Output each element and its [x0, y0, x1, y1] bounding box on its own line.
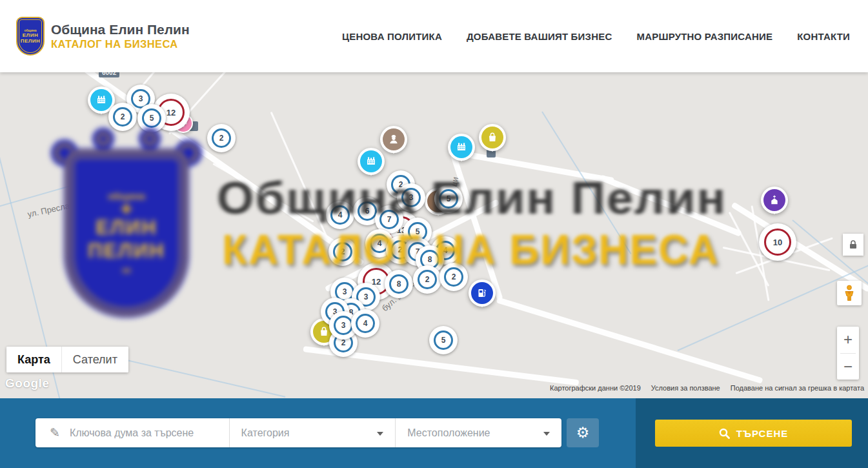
cluster-count: 3	[334, 316, 353, 335]
category-select-value: Категория	[241, 427, 290, 439]
worker-icon	[383, 128, 405, 150]
fuel-icon	[471, 282, 493, 304]
nav-contacts[interactable]: КОНТАКТИ	[797, 31, 850, 42]
keyword-section: ✎	[35, 418, 229, 447]
cluster-count: 10	[764, 229, 791, 256]
cluster-count: 5	[434, 331, 453, 350]
search-input-group: ✎ Категория Местоположение	[35, 418, 561, 447]
cluster-marker[interactable]: 8	[385, 270, 413, 298]
chevron-down-icon	[377, 432, 383, 436]
zoom-in-button[interactable]: +	[837, 327, 859, 353]
emblem-line2: ПЕЛИН	[21, 38, 41, 44]
attribution-report-error-link[interactable]: Подаване на сигнал за грешка в картата	[731, 384, 864, 392]
header: община ЕЛИН ПЕЛИН Община Елин Пелин КАТА…	[0, 0, 868, 72]
pin-marker-bag[interactable]	[479, 124, 506, 151]
search-icon	[719, 428, 730, 439]
location-select-value: Местоположение	[407, 427, 490, 439]
nav-add-business[interactable]: ДОБАВЕТЕ ВАШИЯТ БИЗНЕС	[467, 31, 612, 42]
category-select[interactable]: Категория	[229, 418, 396, 447]
cluster-marker[interactable]: 5	[429, 326, 458, 354]
bag-icon	[481, 127, 503, 148]
map-attribution: Картографски данни ©2019 Условия за полз…	[550, 384, 864, 392]
church-icon	[763, 189, 785, 211]
map-canvas[interactable]: 6002ул. Преславбул. „Новоселци 123252235…	[0, 72, 868, 398]
pin-marker-church[interactable]	[761, 187, 788, 214]
search-button-label: ТЪРСЕНЕ	[736, 428, 789, 439]
watermark-subtitle: КАТАЛОГ НА БИЗНЕСА	[222, 226, 720, 274]
cluster-marker[interactable]: 2	[207, 124, 236, 152]
location-select[interactable]: Местоположение	[395, 418, 561, 447]
factory-icon	[90, 89, 112, 111]
watermark-title: Община Елин Пелин	[217, 172, 727, 224]
site-title: Община Елин Пелин	[51, 22, 190, 37]
pin-marker-factory[interactable]	[358, 148, 385, 175]
cluster-count: 4	[356, 314, 375, 333]
watermark-emblem-top: община	[108, 190, 145, 201]
pin-marker-factory[interactable]	[448, 134, 475, 161]
attribution-terms-link[interactable]: Условия за ползване	[651, 384, 720, 392]
search-bar: ✎ Категория Местоположение ⚙ ТЪРСЕНЕ	[0, 398, 868, 468]
watermark-emblem-flourish: ✚	[121, 203, 132, 216]
brand-text: Община Елин Пелин КАТАЛОГ НА БИЗНЕСА	[51, 22, 190, 50]
gear-icon: ⚙	[576, 425, 590, 440]
zoom-out-button[interactable]: −	[837, 354, 859, 380]
cluster-count: 8	[389, 274, 409, 294]
page: община ЕЛИН ПЕЛИН Община Елин Пелин КАТА…	[0, 0, 868, 468]
map-lock-button[interactable]	[843, 234, 863, 256]
map-type-control: Карта Сателит	[6, 347, 128, 372]
cluster-marker[interactable]: 10	[759, 223, 796, 261]
site-subtitle: КАТАЛОГ НА БИЗНЕСА	[51, 38, 190, 50]
keyword-search-input[interactable]	[68, 427, 229, 440]
nav-pricing-policy[interactable]: ЦЕНОВА ПОЛИТИКА	[342, 31, 442, 42]
watermark-emblem: община ✚ ЕЛИН ПЕЛИН ∞	[55, 137, 198, 323]
watermark-emblem-flourish2: ∞	[122, 263, 131, 276]
cluster-marker[interactable]: 4	[351, 309, 379, 338]
cluster-count: 5	[142, 108, 161, 128]
brand-logo[interactable]: община ЕЛИН ПЕЛИН Община Елин Пелин КАТА…	[16, 17, 190, 56]
pegman-icon	[843, 285, 856, 301]
map-type-satellite-button[interactable]: Сателит	[62, 347, 128, 372]
watermark-emblem-line1: ЕЛИН	[96, 217, 157, 239]
search-button[interactable]: ТЪРСЕНЕ	[655, 420, 852, 447]
chevron-down-icon	[543, 432, 550, 436]
pin-marker-fuel[interactable]	[469, 280, 496, 307]
emblem-line1: ЕЛИН	[23, 32, 38, 38]
watermark-emblem-shield: община ✚ ЕЛИН ПЕЛИН ∞	[64, 148, 189, 318]
map-type-map-button[interactable]: Карта	[6, 347, 61, 372]
nav-route-schedule[interactable]: МАРШРУТНО РАЗПИСАНИЕ	[636, 31, 772, 42]
advanced-settings-button[interactable]: ⚙	[567, 418, 599, 447]
cluster-count: 2	[113, 107, 132, 127]
pencil-icon: ✎	[50, 427, 60, 439]
factory-icon	[450, 136, 472, 158]
cluster-marker[interactable]: 2	[108, 103, 137, 131]
lock-icon	[849, 239, 858, 250]
factory-icon	[360, 150, 382, 172]
google-logo[interactable]: Google	[5, 376, 49, 391]
municipality-emblem-icon: община ЕЛИН ПЕЛИН	[16, 17, 45, 56]
cluster-count: 2	[212, 128, 231, 148]
attribution-copyright: Картографски данни ©2019	[550, 384, 641, 392]
watermark-emblem-line2: ПЕЛИН	[88, 240, 165, 262]
street-view-pegman-button[interactable]	[837, 281, 862, 305]
main-nav: ЦЕНОВА ПОЛИТИКА ДОБАВЕТЕ ВАШИЯТ БИЗНЕС М…	[342, 31, 850, 42]
zoom-control: + −	[837, 327, 859, 380]
